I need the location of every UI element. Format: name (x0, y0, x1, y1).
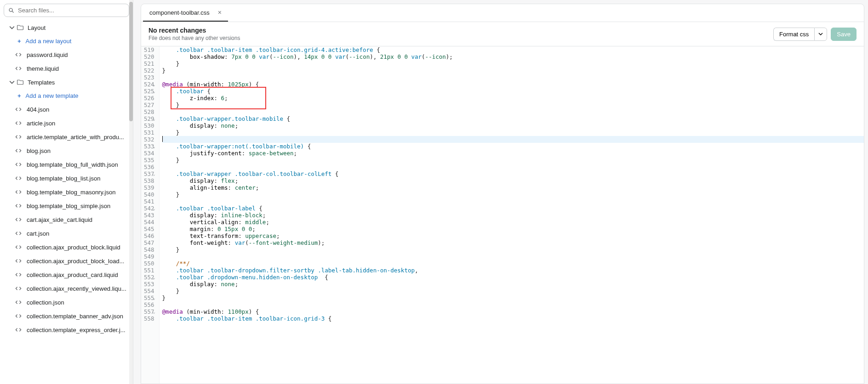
code-line[interactable]: vertical-align: middle; (162, 219, 864, 226)
format-dropdown[interactable] (814, 28, 827, 41)
file-name: collection.ajax_product_card.liquid (27, 271, 118, 278)
file-item[interactable]: collection.template_banner_adv.json (0, 309, 133, 323)
code-icon (15, 175, 22, 182)
code-line[interactable]: } (162, 294, 864, 301)
close-icon[interactable]: × (218, 9, 222, 16)
code-line[interactable]: } (162, 60, 864, 67)
file-name: collection.ajax_product_block_load... (27, 258, 124, 265)
tree-section[interactable]: Layout (0, 21, 133, 34)
code-line[interactable] (162, 108, 864, 115)
fold-icon[interactable]: ⌄ (153, 88, 155, 95)
code-area[interactable]: .toolbar .toolbar-item .toolbar-icon.gri… (160, 46, 864, 384)
code-line[interactable]: } (162, 157, 864, 164)
file-name: 404.json (27, 106, 49, 113)
file-name: collection.ajax_product_block.liquid (27, 244, 120, 251)
code-line[interactable] (162, 198, 864, 205)
code-line[interactable]: @media (min-width: 1025px) { (162, 81, 864, 88)
tab-bar: component-toolbar.css × (141, 4, 864, 22)
code-icon (15, 230, 22, 237)
code-line[interactable]: .toolbar .toolbar-dropdown.filter-sortby… (162, 267, 864, 274)
file-sidebar: Layout+Add a new layoutpassword.liquidth… (0, 0, 133, 384)
code-line[interactable]: text-transform: uppercase; (162, 232, 864, 239)
tree-section[interactable]: Templates (0, 75, 133, 89)
file-item[interactable]: blog.template_blog_full_width.json (0, 158, 133, 171)
code-line[interactable] (162, 164, 864, 170)
code-line[interactable]: align-items: center; (162, 184, 864, 191)
file-item[interactable]: blog.json (0, 144, 133, 158)
code-icon (15, 326, 22, 333)
file-item[interactable]: collection.ajax_recently_viewed.liqu... (0, 282, 133, 295)
file-item[interactable]: blog.template_blog_list.json (0, 171, 133, 185)
code-line[interactable]: box-shadow: 7px 0 0 var(--icon), 14px 0 … (162, 53, 864, 60)
code-line[interactable]: .toolbar-wrapper.toolbar-mobile { (162, 115, 864, 122)
fold-icon[interactable]: ⌄ (153, 81, 155, 88)
code-line[interactable]: } (162, 246, 864, 253)
code-line[interactable]: @media (min-width: 1100px) { (162, 308, 864, 315)
code-line[interactable]: .toolbar .toolbar-item .toolbar-icon.gri… (162, 315, 864, 322)
tab-component-toolbar[interactable]: component-toolbar.css × (143, 4, 228, 22)
sidebar-scrollbar[interactable] (129, 0, 133, 384)
file-item[interactable]: article.template_article_with_produ... (0, 130, 133, 144)
code-line[interactable]: /**/ (162, 260, 864, 267)
fold-icon[interactable]: ⌄ (153, 295, 155, 302)
fold-icon[interactable]: ⌄ (153, 205, 155, 212)
code-line[interactable]: } (162, 102, 864, 108)
save-button[interactable]: Save (831, 28, 857, 41)
code-line[interactable] (162, 74, 864, 81)
code-line[interactable]: .toolbar-wrapper:not(.toolbar-mobile) { (162, 143, 864, 150)
fold-icon[interactable]: ⌄ (153, 274, 155, 281)
file-item[interactable]: theme.liquid (0, 62, 133, 75)
code-icon (15, 257, 22, 265)
code-line[interactable] (162, 136, 864, 143)
code-line[interactable]: display: inline-block; (162, 212, 864, 219)
search-input[interactable] (4, 4, 129, 17)
file-item[interactable]: 404.json (0, 102, 133, 116)
code-line[interactable]: .toolbar .dropdown-menu.hidden-on-deskto… (162, 274, 864, 281)
file-item[interactable]: cart.ajax_side_cart.liquid (0, 213, 133, 226)
fold-icon[interactable]: ⌄ (153, 116, 155, 123)
code-icon (15, 202, 22, 209)
code-line[interactable] (162, 253, 864, 260)
add-new-layout[interactable]: +Add a new layout (0, 34, 133, 48)
code-line[interactable]: } (162, 129, 864, 136)
file-item[interactable]: collection.ajax_product_block_load... (0, 254, 133, 268)
file-item[interactable]: article.json (0, 116, 133, 130)
file-item[interactable]: cart.json (0, 226, 133, 240)
fold-icon[interactable]: ⌄ (153, 309, 155, 316)
code-line[interactable]: justify-content: space-between; (162, 150, 864, 157)
code-icon (15, 65, 22, 72)
code-line[interactable]: } (162, 67, 864, 74)
code-icon (15, 271, 22, 278)
code-line[interactable]: font-weight: var(--font-weight-medium); (162, 239, 864, 246)
file-item[interactable]: collection.template_express_order.j... (0, 323, 133, 337)
file-item[interactable]: collection.ajax_product_card.liquid (0, 268, 133, 282)
code-line[interactable]: } (162, 191, 864, 198)
format-button[interactable]: Format css (773, 28, 814, 41)
add-new-templates[interactable]: +Add a new template (0, 89, 133, 102)
code-line[interactable]: .toolbar .toolbar-item .toolbar-icon.gri… (162, 46, 864, 53)
code-line[interactable]: } (162, 288, 864, 294)
code-line[interactable]: .toolbar { (162, 88, 864, 95)
file-tree: Layout+Add a new layoutpassword.liquidth… (0, 21, 133, 384)
fold-icon[interactable]: ⌄ (153, 143, 155, 150)
file-item[interactable]: password.liquid (0, 48, 133, 62)
fold-icon[interactable]: ⌄ (153, 171, 155, 178)
code-line[interactable]: display: none; (162, 122, 864, 129)
code-line[interactable]: margin: 0 15px 0 0; (162, 226, 864, 232)
code-line[interactable]: display: none; (162, 281, 864, 288)
code-line[interactable]: .toolbar .toolbar-label { (162, 205, 864, 212)
code-editor[interactable]: 519520521522523524⌄525⌄526527528529⌄5305… (141, 46, 864, 384)
code-icon (15, 216, 22, 223)
code-line[interactable] (162, 301, 864, 308)
code-line[interactable]: z-index: 6; (162, 95, 864, 102)
file-item[interactable]: collection.json (0, 295, 133, 309)
file-item[interactable]: blog.template_blog_simple.json (0, 199, 133, 213)
code-line[interactable]: display: flex; (162, 177, 864, 184)
file-item[interactable]: collection.ajax_product_block.liquid (0, 240, 133, 254)
version-info-bar: No recent changes File does not have any… (141, 22, 864, 46)
add-label: Add a new template (26, 92, 79, 99)
code-line[interactable]: .toolbar-wrapper .toolbar-col.toolbar-co… (162, 170, 864, 177)
file-name: collection.template_express_order.j... (27, 327, 126, 333)
file-item[interactable]: blog.template_blog_masonry.json (0, 185, 133, 199)
file-name: blog.template_blog_list.json (27, 175, 100, 182)
